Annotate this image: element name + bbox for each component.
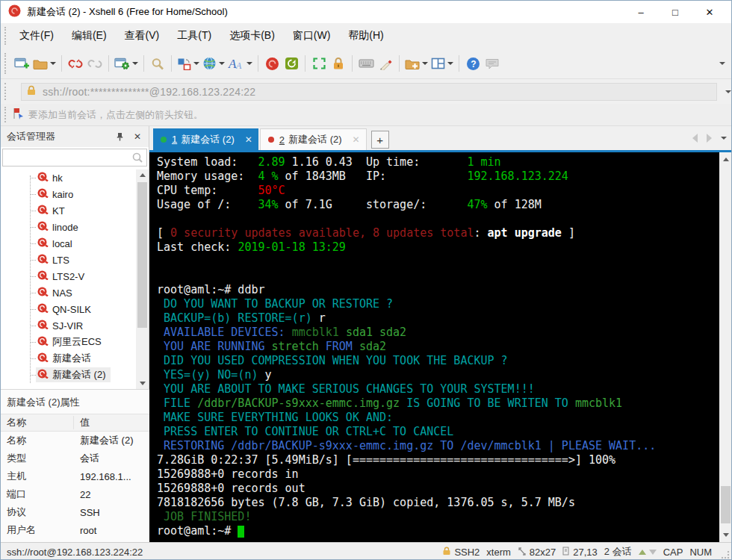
session-item[interactable]: local	[1, 235, 136, 252]
property-row[interactable]: 类型会话	[1, 449, 149, 467]
scroll-bottom-icon[interactable]	[649, 550, 657, 555]
session-item[interactable]: kairo	[1, 186, 136, 202]
close-button[interactable]: ✕	[692, 1, 727, 23]
scroll-top-icon[interactable]	[639, 550, 646, 555]
session-snail-icon	[37, 369, 49, 381]
property-row[interactable]: 端口22	[1, 485, 149, 503]
address-field[interactable]: ssh://root:**************@192.168.123.22…	[21, 83, 717, 101]
encoding-globe-dropdown-icon[interactable]	[219, 62, 225, 65]
open-folder-icon[interactable]	[31, 53, 58, 74]
reconnect-icon[interactable]	[85, 53, 105, 74]
terminal-scroll-up-icon[interactable]	[719, 154, 732, 165]
minimize-button[interactable]: –	[624, 1, 658, 23]
font-icon[interactable]: AA	[226, 53, 254, 74]
terminal-line: YOU ARE RUNNING stretch FROM sda2	[157, 340, 719, 354]
tab-list-dropdown-icon[interactable]	[721, 137, 727, 140]
session-properties-panel: 新建会话 (2)属性 名称 值 名称新建会话 (2)类型会话主机192.168.…	[1, 389, 149, 542]
session-item[interactable]: LTS2-V	[1, 268, 136, 284]
session-item[interactable]: linode	[1, 219, 136, 235]
new-session-icon[interactable]	[12, 53, 31, 74]
session-label: 新建会话	[52, 352, 91, 365]
session-label: local	[52, 238, 72, 249]
highlight-pen-icon[interactable]	[376, 53, 395, 74]
pin-icon[interactable]	[113, 130, 126, 143]
new-folder-dropdown-icon[interactable]	[422, 62, 428, 65]
tree-connector	[30, 309, 36, 310]
terminal-scroll-down-icon[interactable]	[719, 529, 732, 541]
new-tab-button[interactable]: +	[371, 131, 389, 149]
xftp-icon[interactable]	[282, 53, 301, 74]
connected-dot-icon	[161, 137, 167, 143]
arrange-dropdown-icon[interactable]	[193, 62, 199, 65]
fullscreen-icon[interactable]	[309, 53, 329, 74]
message-icon[interactable]	[483, 53, 502, 74]
new-folder-icon[interactable]	[403, 53, 429, 74]
scroll-down-icon[interactable]	[136, 378, 149, 389]
tree-connector	[30, 342, 36, 343]
menu-item-0[interactable]: 文件(F)	[12, 26, 61, 44]
open-folder-dropdown-icon[interactable]	[50, 62, 56, 65]
find-icon[interactable]	[148, 53, 167, 74]
status-scroll-buttons[interactable]	[639, 550, 657, 555]
session-item[interactable]: NAS	[1, 284, 136, 301]
terminal-screen[interactable]: System load: 2.89 1.16 0.43 Up time: 1 m…	[149, 152, 719, 542]
addressbar-grip[interactable]	[4, 83, 7, 100]
terminal-line: Usage of /: 34% of 7.1G storage/: 47% of…	[157, 198, 719, 212]
keyboard-icon[interactable]	[356, 53, 376, 74]
property-row[interactable]: 协议SSH	[1, 503, 149, 521]
terminal-line: 7818182656 bytes (7.8 GB, 7.3 GiB) copie…	[157, 496, 719, 510]
panel-close-icon[interactable]: ✕	[131, 130, 144, 143]
help-icon[interactable]: ?	[463, 53, 483, 74]
xshell-logo-icon[interactable]	[262, 53, 282, 74]
tab-close-icon[interactable]: ✕	[245, 134, 252, 145]
session-search-input[interactable]	[2, 149, 147, 167]
tree-connector	[30, 293, 36, 293]
lock-icon[interactable]	[329, 53, 348, 74]
tab-scroll-left-icon[interactable]	[692, 134, 698, 143]
disconnect-icon[interactable]	[66, 53, 85, 74]
status-bar: ssh://root@192.168.123.224:22 SSH2 xterm…	[1, 542, 731, 560]
menu-item-4[interactable]: 选项卡(B)	[222, 26, 282, 44]
property-row[interactable]: 名称新建会话 (2)	[1, 432, 149, 449]
session-item[interactable]: 新建会话	[1, 350, 136, 367]
tab-close-icon[interactable]: ✕	[353, 134, 360, 145]
layout-dropdown-icon[interactable]	[447, 62, 453, 65]
toolbar-overflow-icon[interactable]	[719, 62, 725, 65]
tree-scrollbar[interactable]	[136, 169, 149, 389]
session-item[interactable]: SJ-VIR	[1, 317, 136, 334]
terminal-scrollbar[interactable]	[719, 152, 732, 542]
session-item[interactable]: 阿里云ECS	[1, 334, 136, 350]
scroll-up-icon[interactable]	[136, 169, 149, 181]
menu-item-1[interactable]: 编辑(E)	[64, 26, 114, 44]
menubar-grip[interactable]	[4, 27, 7, 45]
session-item[interactable]: QN-SILK	[1, 301, 136, 317]
tree-scrollbar-thumb[interactable]	[137, 182, 147, 328]
toolbar-separator	[108, 55, 109, 72]
font-dropdown-icon[interactable]	[246, 62, 252, 65]
tab-scroll-right-icon[interactable]	[707, 134, 712, 143]
menu-item-2[interactable]: 查看(V)	[117, 26, 167, 44]
encoding-globe-icon[interactable]	[201, 53, 226, 74]
menu-item-6[interactable]: 帮助(H)	[341, 26, 391, 44]
property-row[interactable]: 用户名root	[1, 521, 149, 539]
maximize-button[interactable]: □	[658, 1, 692, 23]
session-item[interactable]: 新建会话 (2)	[1, 367, 136, 383]
session-label: 新建会话 (2)	[52, 368, 106, 382]
session-properties-icon[interactable]	[113, 53, 140, 74]
session-properties-dropdown-icon[interactable]	[132, 62, 138, 65]
menu-item-3[interactable]: 工具(T)	[170, 26, 219, 44]
property-row[interactable]: 主机192.168.1...	[1, 467, 149, 485]
terminal-tab-1[interactable]: 1新建会话 (2)✕	[153, 128, 258, 150]
resize-grip[interactable]	[721, 550, 730, 559]
layout-icon[interactable]	[429, 53, 455, 74]
toolbar-grip[interactable]	[4, 53, 7, 74]
menu-item-5[interactable]: 窗口(W)	[285, 26, 338, 44]
session-item[interactable]: KT	[1, 202, 136, 219]
arrange-icon[interactable]	[176, 53, 201, 74]
session-item[interactable]: LTS	[1, 252, 136, 268]
session-item[interactable]: hk	[1, 169, 136, 186]
address-dropdown-icon[interactable]	[725, 90, 731, 93]
terminal-scrollbar-thumb[interactable]	[721, 486, 731, 523]
infobar-grip[interactable]	[4, 107, 7, 122]
terminal-tab-2[interactable]: 2新建会话 (2)✕	[260, 128, 367, 150]
